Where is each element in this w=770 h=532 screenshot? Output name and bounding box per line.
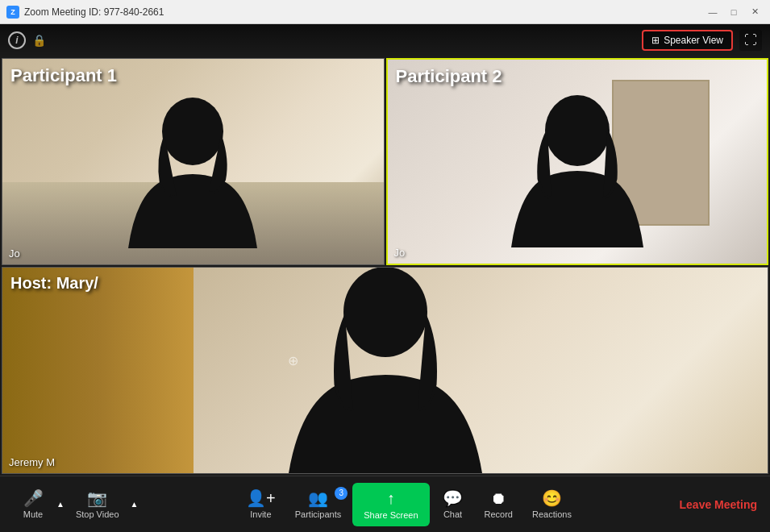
participant-1-silhouette	[112, 87, 273, 248]
fullscreen-button[interactable]: ⛶	[739, 30, 762, 51]
center-controls: 👤+ Invite 👥 Participants 3 ↑ Share Scree…	[238, 483, 580, 526]
svg-point-0	[162, 98, 223, 165]
video-grid: Participant 1 Jo Participant 2 Jo ⊕	[0, 56, 770, 476]
window-controls: — □ ✕	[704, 5, 764, 19]
invite-label: Invite	[250, 509, 271, 519]
participants-badge: 3	[335, 487, 348, 500]
participants-label: Participants	[295, 509, 341, 519]
share-screen-icon: ↑	[387, 489, 395, 508]
leave-meeting-button[interactable]: Leave Meeting	[680, 498, 757, 511]
host-tile: ⊕ Host: Mary/ Jeremy M	[2, 267, 768, 474]
window-title: Zoom Meeting ID: 977-840-2661	[24, 6, 164, 18]
video-area: i 🔒 ⊞ Speaker View ⛶	[0, 24, 770, 476]
participant-2-tile: Participant 2 Jo	[386, 58, 769, 265]
chat-label: Chat	[443, 509, 462, 519]
participant-2-name: Jo	[394, 247, 406, 259]
toolbar-right: ⊞ Speaker View ⛶	[642, 30, 762, 51]
share-screen-label: Share Screen	[364, 510, 418, 520]
info-button[interactable]: i	[8, 31, 26, 49]
record-label: Record	[485, 509, 513, 519]
participants-wrap: 👥 Participants 3	[287, 485, 349, 524]
zoom-logo-icon: Z	[6, 6, 19, 19]
mute-chevron-button[interactable]: ▲	[56, 498, 65, 510]
toolbar-left: i 🔒	[8, 31, 46, 49]
bottom-toolbar: 🎤 Mute ▲ 📷 Stop Video ▲ 👤+ Invite 👥 Part…	[0, 476, 770, 532]
video-icon: 📷	[87, 490, 107, 506]
chat-icon: 💬	[443, 490, 463, 506]
participant-2-title: Participant 2	[396, 66, 502, 87]
participant-1-name: Jo	[9, 247, 20, 260]
record-button[interactable]: ⏺ Record	[477, 485, 521, 524]
title-bar: Z Zoom Meeting ID: 977-840-2661 — □ ✕	[0, 0, 770, 24]
reactions-label: Reactions	[532, 509, 572, 519]
lock-icon: 🔒	[32, 34, 46, 47]
host-name: Jeremy M	[9, 456, 55, 468]
av-controls: 🎤 Mute ▲ 📷 Stop Video ▲	[13, 485, 138, 524]
speaker-view-icon: ⊞	[651, 35, 660, 46]
title-bar-left: Z Zoom Meeting ID: 977-840-2661	[6, 6, 164, 19]
participants-icon: 👥	[308, 490, 328, 506]
stop-video-button[interactable]: 📷 Stop Video	[68, 485, 127, 524]
svg-point-2	[343, 267, 427, 357]
speaker-view-button[interactable]: ⊞ Speaker View	[642, 30, 733, 51]
svg-point-1	[545, 95, 610, 166]
invite-button[interactable]: 👤+ Invite	[238, 485, 284, 524]
reactions-icon: 😊	[542, 490, 562, 506]
participant-2-silhouette	[497, 86, 658, 247]
reactions-button[interactable]: 😊 Reactions	[524, 485, 580, 524]
participant-1-tile: Participant 1 Jo	[2, 58, 385, 265]
close-button[interactable]: ✕	[746, 5, 764, 19]
invite-icon: 👤+	[246, 490, 276, 506]
mute-label: Mute	[23, 509, 43, 519]
host-title: Host: Mary/	[10, 274, 98, 293]
record-icon: ⏺	[490, 490, 506, 506]
video-chevron-button[interactable]: ▲	[131, 498, 139, 510]
share-screen-button[interactable]: ↑ Share Screen	[352, 483, 429, 526]
top-toolbar: i 🔒 ⊞ Speaker View ⛶	[0, 24, 770, 56]
speaker-view-label: Speaker View	[664, 35, 723, 46]
mute-button[interactable]: 🎤 Mute	[13, 485, 53, 524]
participant-1-title: Participant 1	[10, 65, 117, 86]
chat-button[interactable]: 💬 Chat	[433, 485, 473, 524]
host-silhouette	[273, 267, 498, 473]
minimize-button[interactable]: —	[704, 5, 722, 19]
stop-video-label: Stop Video	[76, 509, 119, 519]
mute-icon: 🎤	[23, 490, 44, 506]
maximize-button[interactable]: □	[725, 5, 743, 19]
